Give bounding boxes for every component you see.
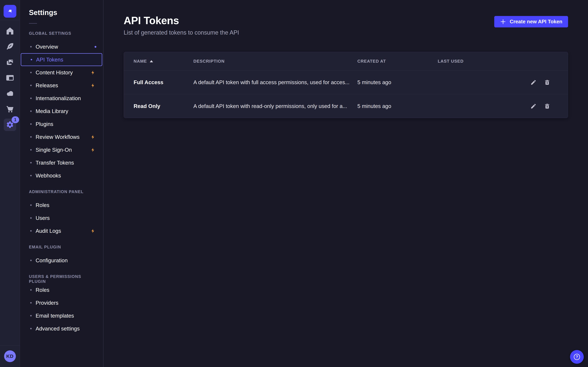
subnav-title: Settings [29, 8, 103, 17]
sidebar-item-up-email-templates[interactable]: Email templates [21, 309, 102, 322]
sidebar-item-email-configuration[interactable]: Configuration [21, 254, 102, 267]
notification-dot [95, 46, 96, 48]
table-header-row: NAME DESCRIPTION CREATED AT LAST USED [124, 52, 568, 70]
sidebar-item-label: Users [36, 215, 50, 221]
sidebar-item-review-workflows[interactable]: Review Workflows [21, 131, 102, 143]
sidebar-item-label: Configuration [36, 257, 68, 264]
sidebar-item-content-history[interactable]: Content History [21, 66, 102, 79]
sidebar-item-label: Releases [36, 82, 58, 89]
sidebar-item-label: Roles [36, 202, 49, 208]
column-header-description: DESCRIPTION [193, 59, 357, 64]
sidebar-item-up-providers[interactable]: Providers [21, 296, 102, 309]
rail-bottom-divider [0, 345, 20, 346]
create-api-token-button[interactable]: Create new API Token [494, 16, 568, 27]
sidebar-item-transfer-tokens[interactable]: Transfer Tokens [21, 156, 102, 169]
media-library-icon [6, 58, 14, 67]
sidebar-item-label: Overview [36, 44, 58, 50]
sidebar-item-overview[interactable]: Overview [21, 40, 102, 53]
token-description: A default API token with read-only permi… [193, 103, 357, 109]
lightning-icon [90, 228, 95, 234]
strapi-admin-app: 1 KD Settings GLOBAL SETTINGS Overview A… [0, 0, 588, 367]
main-content: API Tokens List of generated tokens to c… [104, 0, 588, 367]
page-subtitle: List of generated tokens to consume the … [124, 30, 568, 35]
token-created-at: 5 minutes ago [357, 103, 438, 109]
bullet-dot [30, 260, 32, 261]
bullet-dot [30, 328, 32, 329]
bullet-dot [30, 175, 32, 176]
rail-content-builder-button[interactable] [2, 70, 18, 86]
cloud-icon [5, 89, 15, 98]
rail-bottom: KD [0, 345, 20, 367]
pencil-icon [530, 79, 536, 85]
content-builder-icon [6, 73, 14, 82]
sidebar-item-releases[interactable]: Releases [21, 79, 102, 92]
sidebar-item-label: Roles [36, 287, 49, 293]
sidebar-item-label: Providers [36, 300, 58, 306]
section-header-users-permissions-plugin: USERS & PERMISSIONS PLUGIN [29, 274, 94, 279]
delete-token-button[interactable] [544, 103, 550, 109]
sidebar-item-up-advanced-settings[interactable]: Advanced settings [21, 322, 102, 335]
bullet-dot [30, 217, 32, 219]
pencil-icon [530, 103, 536, 109]
column-header-name[interactable]: NAME [134, 59, 193, 64]
lightning-icon [90, 70, 95, 75]
rail-media-library-button[interactable] [2, 54, 18, 70]
feather-pen-icon [6, 42, 14, 51]
bullet-dot [30, 46, 32, 48]
column-header-name-label: NAME [134, 59, 147, 64]
sidebar-item-label: Webhooks [36, 173, 61, 179]
create-api-token-label: Create new API Token [510, 19, 562, 25]
rail-cloud-button[interactable] [2, 86, 18, 101]
strapi-logo[interactable] [4, 5, 16, 18]
token-created-at: 5 minutes ago [357, 79, 438, 85]
sidebar-item-label: Transfer Tokens [36, 160, 74, 166]
main-nav-rail: 1 KD [0, 0, 20, 367]
bullet-dot [30, 136, 32, 138]
plus-icon [500, 19, 506, 25]
section-header-global-settings: GLOBAL SETTINGS [29, 31, 94, 36]
sidebar-item-admin-roles[interactable]: Roles [21, 199, 102, 212]
edit-token-button[interactable] [530, 79, 536, 85]
section-header-email-plugin: EMAIL PLUGIN [29, 244, 94, 249]
token-name: Full Access [134, 79, 193, 85]
bullet-dot [30, 204, 32, 206]
sidebar-item-media-library[interactable]: Media Library [21, 105, 102, 118]
table-row-full-access[interactable]: Full Access A default API token with ful… [124, 70, 568, 94]
sidebar-item-api-tokens[interactable]: API Tokens [21, 53, 102, 66]
bullet-dot [30, 302, 32, 304]
lightning-icon [90, 134, 95, 140]
sidebar-item-internationalization[interactable]: Internationalization [21, 92, 102, 105]
rail-settings-button[interactable]: 1 [2, 117, 18, 133]
marketplace-cart-icon [6, 105, 14, 114]
sidebar-item-webhooks[interactable]: Webhooks [21, 169, 102, 182]
strapi-logo-icon [6, 8, 14, 15]
sidebar-item-audit-logs[interactable]: Audit Logs [21, 225, 102, 237]
bullet-dot [30, 72, 32, 73]
sidebar-item-up-roles[interactable]: Roles [21, 284, 102, 296]
user-avatar[interactable]: KD [4, 350, 16, 362]
bullet-dot [30, 98, 32, 99]
sidebar-item-label: Email templates [36, 313, 74, 319]
settings-subnav: Settings GLOBAL SETTINGS Overview API To… [20, 0, 104, 367]
sidebar-item-admin-users[interactable]: Users [21, 212, 102, 225]
api-tokens-table: NAME DESCRIPTION CREATED AT LAST USED Fu… [124, 52, 568, 118]
help-button[interactable]: ? [570, 350, 584, 364]
section-email-plugin: EMAIL PLUGIN Configuration [20, 244, 103, 267]
sidebar-item-plugins[interactable]: Plugins [21, 118, 102, 131]
rail-content-manager-button[interactable] [2, 39, 18, 54]
sidebar-item-single-sign-on[interactable]: Single Sign-On [21, 143, 102, 156]
bullet-dot [30, 149, 32, 150]
trash-icon [544, 103, 550, 109]
bullet-dot [30, 123, 32, 125]
rail-home-button[interactable] [2, 23, 18, 39]
delete-token-button[interactable] [544, 79, 550, 85]
edit-token-button[interactable] [530, 103, 536, 109]
table-row-read-only[interactable]: Read Only A default API token with read-… [124, 94, 568, 118]
sidebar-item-label: API Tokens [36, 57, 63, 63]
section-global-settings: GLOBAL SETTINGS Overview API Tokens Cont… [20, 31, 103, 182]
sidebar-item-label: Single Sign-On [36, 147, 72, 153]
subnav-title-divider [29, 23, 37, 24]
sidebar-item-label: Plugins [36, 121, 53, 127]
bullet-dot [31, 59, 32, 60]
rail-marketplace-button[interactable] [2, 101, 18, 117]
